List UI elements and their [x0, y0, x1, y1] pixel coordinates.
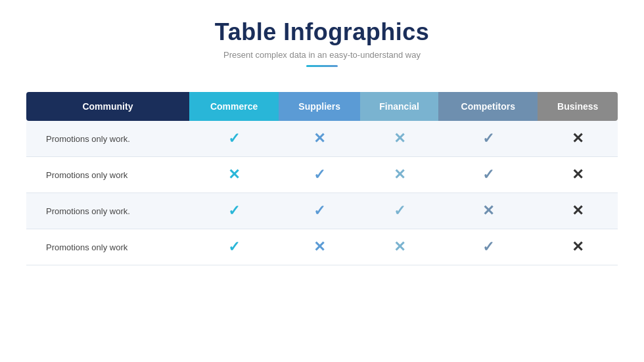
- cell-financial: ✕: [360, 229, 438, 265]
- cell-financial: ✓: [360, 193, 438, 229]
- header-divider: [306, 65, 338, 67]
- cross-icon: ✕: [313, 130, 325, 147]
- header-financial: Financial: [360, 92, 438, 121]
- table-row: Promotions only work✓✕✕✓✕: [26, 229, 618, 265]
- cell-financial: ✕: [360, 157, 438, 193]
- cell-suppliers: ✕: [279, 229, 360, 265]
- cell-suppliers: ✕: [279, 121, 360, 157]
- cell-community: Promotions only work.: [26, 193, 189, 229]
- check-icon: ✓: [482, 166, 494, 183]
- cell-commerce: ✓: [189, 229, 279, 265]
- header-commerce: Commerce: [189, 92, 279, 121]
- cell-suppliers: ✓: [279, 157, 360, 193]
- cell-community: Promotions only work: [26, 157, 189, 193]
- page-header: Table Infographics Present complex data …: [215, 0, 429, 67]
- page-subtitle: Present complex data in an easy-to-under…: [215, 50, 429, 60]
- check-icon: ✓: [228, 202, 240, 219]
- cell-commerce: ✕: [189, 157, 279, 193]
- cell-competitors: ✕: [438, 193, 538, 229]
- page-title: Table Infographics: [215, 18, 429, 46]
- header-business: Business: [538, 92, 618, 121]
- table-row: Promotions only work✕✓✕✓✕: [26, 157, 618, 193]
- cell-commerce: ✓: [189, 121, 279, 157]
- table-container: Community Commerce Suppliers Financial C…: [26, 92, 618, 265]
- cell-business: ✕: [538, 193, 618, 229]
- cell-suppliers: ✓: [279, 193, 360, 229]
- cross-icon: ✕: [572, 238, 584, 255]
- cell-business: ✕: [538, 157, 618, 193]
- header-competitors: Competitors: [438, 92, 538, 121]
- check-icon: ✓: [228, 130, 240, 147]
- cell-business: ✕: [538, 121, 618, 157]
- check-icon: ✓: [394, 202, 405, 219]
- check-icon: ✓: [228, 238, 240, 255]
- cell-business: ✕: [538, 229, 618, 265]
- cross-icon: ✕: [228, 166, 240, 183]
- header-community: Community: [26, 92, 189, 121]
- check-icon: ✓: [313, 202, 325, 219]
- cell-community: Promotions only work.: [26, 121, 189, 157]
- cell-financial: ✕: [360, 121, 438, 157]
- cross-icon: ✕: [394, 130, 405, 147]
- table-row: Promotions only work.✓✓✓✕✕: [26, 193, 618, 229]
- cross-icon: ✕: [394, 166, 405, 183]
- cross-icon: ✕: [482, 202, 494, 219]
- cross-icon: ✕: [572, 166, 584, 183]
- header-suppliers: Suppliers: [279, 92, 360, 121]
- cell-competitors: ✓: [438, 229, 538, 265]
- cross-icon: ✕: [313, 238, 325, 255]
- cell-competitors: ✓: [438, 157, 538, 193]
- cross-icon: ✕: [572, 202, 584, 219]
- table-header-row: Community Commerce Suppliers Financial C…: [26, 92, 618, 121]
- check-icon: ✓: [313, 166, 325, 183]
- cell-competitors: ✓: [438, 121, 538, 157]
- check-icon: ✓: [482, 238, 494, 255]
- cross-icon: ✕: [394, 238, 405, 255]
- cell-commerce: ✓: [189, 193, 279, 229]
- check-icon: ✓: [482, 130, 494, 147]
- cell-community: Promotions only work: [26, 229, 189, 265]
- cross-icon: ✕: [572, 130, 584, 147]
- infographic-table: Community Commerce Suppliers Financial C…: [26, 92, 618, 265]
- table-row: Promotions only work.✓✕✕✓✕: [26, 121, 618, 157]
